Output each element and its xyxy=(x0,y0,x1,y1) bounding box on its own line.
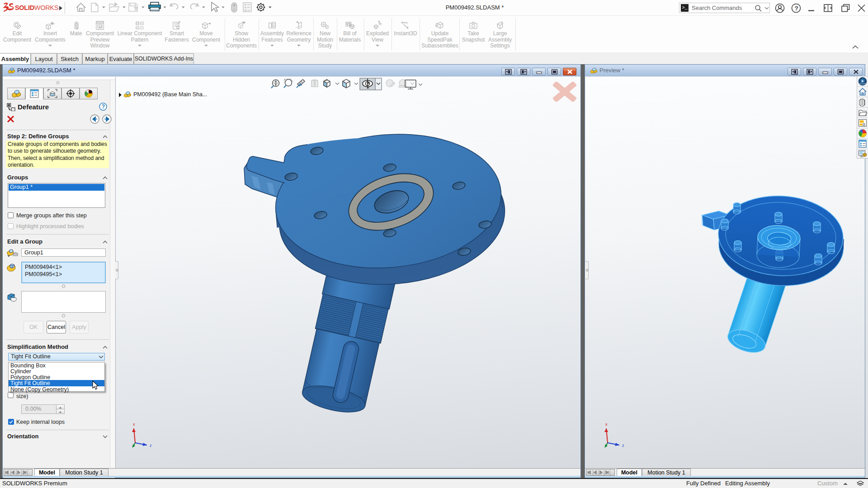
svg-text:x: x xyxy=(133,422,135,427)
svg-text:z: z xyxy=(622,443,624,448)
svg-text:?: ? xyxy=(102,103,105,110)
svg-text:?: ? xyxy=(795,5,798,12)
svg-text:SOLIDWORKS: SOLIDWORKS xyxy=(15,4,58,11)
svg-text:z: z xyxy=(150,443,152,448)
svg-text:x: x xyxy=(605,422,608,427)
